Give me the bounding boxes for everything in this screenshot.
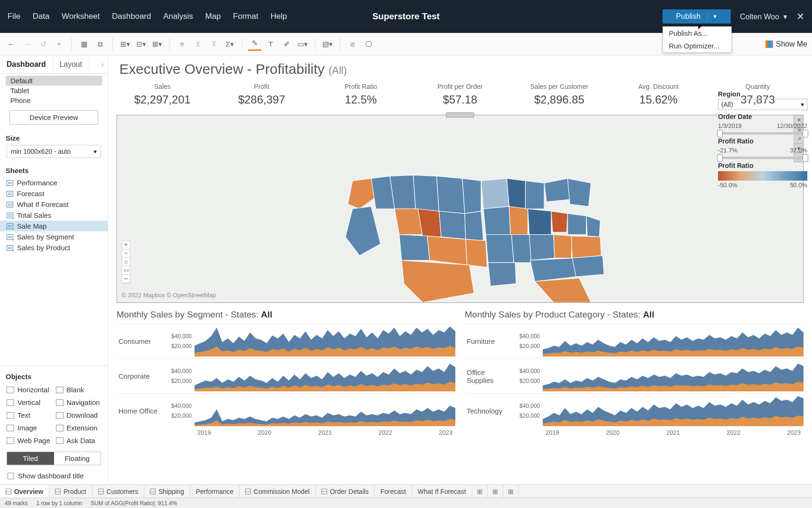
ratio-slider[interactable] [718, 157, 807, 159]
menu-help[interactable]: Help [271, 12, 287, 21]
zoom-area-icon[interactable]: ▭ [122, 266, 130, 275]
object-blank[interactable]: Blank [56, 384, 102, 395]
sheet-sale-map[interactable]: Sale Map [0, 221, 108, 231]
kpi-row: Sales$2,297,201Profit$286,397Profit Rati… [108, 81, 812, 112]
show-me-button[interactable]: Show Me [765, 40, 807, 48]
sort-asc-icon[interactable]: ⊟▾ [134, 38, 148, 51]
sheet-tab-product[interactable]: Product [49, 485, 92, 498]
sheet-forecast[interactable]: Forecast [0, 188, 108, 199]
sheet-what-if-forecast[interactable]: What If Forecast [0, 199, 108, 210]
chart-icon [7, 191, 13, 197]
menu-map[interactable]: Map [205, 12, 221, 21]
redo-dropdown-icon[interactable]: ▾ [53, 38, 66, 51]
sheet-total-sales[interactable]: Total Sales [0, 210, 108, 221]
sheet-tab-overview[interactable]: Overview [0, 485, 49, 498]
zoom-out-icon[interactable]: − [122, 249, 130, 258]
chart-icon [7, 223, 13, 229]
menu-analysis[interactable]: Analysis [163, 12, 193, 21]
cards-icon[interactable]: ▤▾ [321, 38, 334, 51]
kpi-sales-per-customer: Sales per Customer$2,896.85 [510, 81, 609, 112]
object-vertical[interactable]: Vertical [7, 397, 52, 408]
object-icon [7, 387, 14, 393]
device-preview-icon[interactable]: 🖵 [362, 38, 375, 51]
drag-handle-icon[interactable] [446, 112, 474, 118]
sheet-tab-customers[interactable]: Customers [93, 485, 145, 498]
collapse-panel-icon[interactable]: ‹ [98, 57, 108, 72]
swap-icon[interactable]: ⊞▾ [118, 38, 132, 51]
sigma-icon[interactable]: Σ▾ [223, 38, 236, 51]
dashboard-icon [98, 489, 104, 494]
menu-dashboard[interactable]: Dashboard [112, 12, 151, 21]
object-web-page[interactable]: Web Page [7, 435, 52, 446]
sheet-performance[interactable]: Performance [0, 177, 108, 188]
menu-format[interactable]: Format [233, 12, 258, 21]
object-extension[interactable]: Extension [56, 422, 102, 433]
show-title-checkbox[interactable]: Show dashboard title [6, 469, 102, 483]
format-icon[interactable]: ✐ [280, 38, 293, 51]
map-attribution: © 2022 Mapbox © OpenStreetMap [122, 292, 216, 299]
tiled-floating-toggle[interactable]: Tiled Floating [7, 452, 101, 465]
menu-data[interactable]: Data [32, 12, 49, 21]
device-preview-button[interactable]: Device Preview [9, 110, 98, 125]
totals-icon[interactable]: ⊼ [207, 38, 220, 51]
close-icon[interactable]: ✕ [796, 11, 804, 22]
panel-tab-layout[interactable]: Layout [53, 56, 89, 73]
panel-tab-dashboard[interactable]: Dashboard [0, 56, 53, 73]
sheet-tab-shipping[interactable]: Shipping [144, 485, 190, 498]
sort-desc-icon[interactable]: ⊠▾ [150, 38, 164, 51]
fit-icon[interactable]: ▭▾ [296, 38, 309, 51]
date-filter-title: Order Date [718, 113, 807, 120]
object-text[interactable]: Text [7, 410, 52, 421]
region-filter-select[interactable]: (All)▾ [718, 99, 807, 110]
legend-title: Profit Ratio [718, 162, 807, 169]
ungroup-icon[interactable]: ⊻ [191, 38, 204, 51]
new-sheet-icon[interactable]: ⊞ [472, 485, 488, 498]
object-download[interactable]: Download [56, 410, 102, 421]
menu-worksheet[interactable]: Worksheet [62, 12, 100, 21]
floating-option[interactable]: Floating [54, 452, 101, 465]
object-image[interactable]: Image [7, 422, 52, 433]
device-tablet[interactable]: Tablet [6, 86, 102, 95]
device-phone[interactable]: Phone [6, 95, 102, 105]
dashboard-icon [55, 489, 61, 494]
object-horizontal[interactable]: Horizontal [7, 384, 52, 395]
left-panel: Dashboard Layout ‹ DefaultTabletPhone De… [0, 56, 108, 484]
forward-icon[interactable]: → [21, 38, 34, 51]
zoom-in-icon[interactable]: + [122, 241, 130, 249]
presentation-icon[interactable]: ⎚ [346, 38, 359, 51]
duplicate-sheet-icon[interactable]: ⧉ [94, 38, 107, 51]
sheet-tab-commission-model[interactable]: Commission Model [240, 485, 316, 498]
new-dashboard-icon[interactable]: ⊞ [488, 485, 503, 498]
new-sheet-icon[interactable]: ▦ [78, 38, 91, 51]
new-story-icon[interactable]: ⊞ [503, 485, 519, 498]
zoom-pan-icon[interactable]: ↔ [122, 275, 130, 283]
device-default[interactable]: Default [6, 76, 102, 86]
zoom-home-icon[interactable]: ⌂ [122, 258, 130, 266]
tiled-option[interactable]: Tiled [7, 452, 54, 465]
object-ask-data[interactable]: Ask Data [56, 435, 102, 446]
kpi-sales: Sales$2,297,201 [113, 81, 212, 112]
spark-row: Technology$40,000$20,000 [465, 393, 804, 428]
sheet-tab-forecast[interactable]: Forecast [375, 485, 412, 498]
chevron-down-icon[interactable]: ▼ [707, 14, 718, 19]
text-icon[interactable]: T [264, 38, 277, 51]
object-icon [7, 425, 14, 431]
highlight-icon[interactable]: ✎ [248, 38, 261, 51]
undo-icon[interactable]: ↺ [37, 38, 50, 51]
sale-map[interactable]: ✕ ⇲ ↗ ▾ ▸ + − ⌂ ▭ ↔ © 2022 Mapbox © Open… [117, 115, 804, 303]
sheet-tab-what-if-forecast[interactable]: What If Forecast [412, 485, 472, 498]
legend-gradient [718, 171, 807, 181]
date-slider[interactable] [718, 132, 807, 135]
object-icon [7, 412, 14, 419]
sheet-tab-order-details[interactable]: Order Details [316, 485, 375, 498]
object-navigation[interactable]: Navigation [56, 397, 102, 408]
back-icon[interactable]: ← [5, 38, 18, 51]
sheet-tab-performance[interactable]: Performance [190, 485, 240, 498]
sheet-sales-by-product[interactable]: Sales by Product [0, 242, 108, 253]
publish-menu-item[interactable]: Run Optimizer... [663, 40, 731, 52]
size-selector[interactable]: min 1000x620 - auto▾ [7, 145, 101, 158]
user-menu[interactable]: Colten Woo ▾ [740, 12, 787, 21]
menu-file[interactable]: File [8, 12, 20, 21]
group-icon[interactable]: ⌗ [175, 38, 188, 51]
sheet-sales-by-segment[interactable]: Sales by Segment [0, 231, 108, 242]
